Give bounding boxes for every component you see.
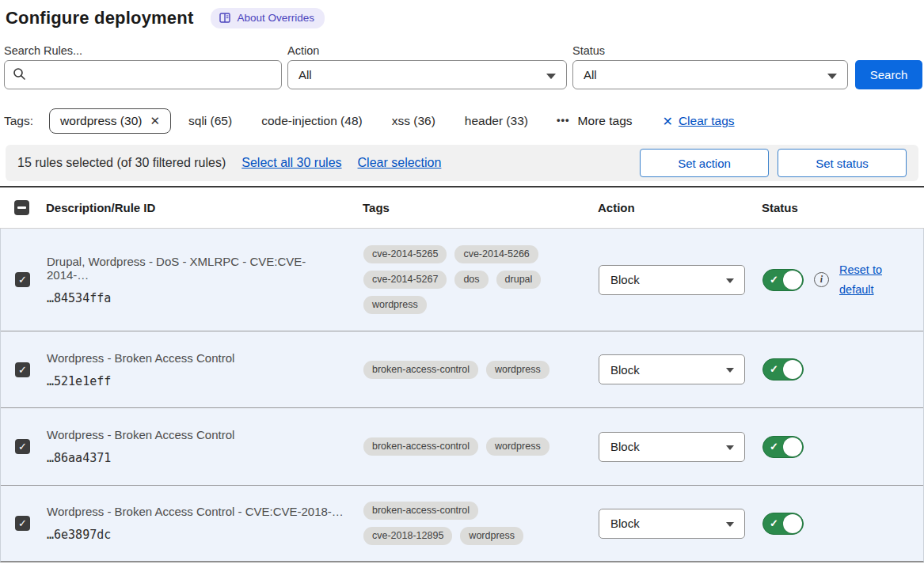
check-icon: ✓ [770, 441, 778, 453]
tag-pill: cve-2014-5265 [363, 245, 447, 263]
clear-selection-link[interactable]: Clear selection [358, 156, 442, 170]
info-icon[interactable]: i [814, 272, 829, 287]
rule-action-value: Block [610, 273, 640, 286]
rule-description: Wordpress - Broken Access Control - CVE:… [47, 505, 344, 518]
toggle-knob [783, 514, 802, 533]
select-all-rules-link[interactable]: Select all 30 rules [241, 156, 341, 170]
tag-pill: drupal [496, 271, 542, 289]
configure-deployment-page: Configure deployment About Overrides Sea… [0, 0, 924, 568]
rule-action-value: Block [610, 363, 640, 377]
more-tags-label: More tags [578, 114, 633, 128]
chevron-down-icon [726, 445, 734, 450]
rule-id: …6e3897dc [47, 528, 344, 542]
row-checkbox[interactable]: ✓ [15, 516, 30, 531]
selected-tag-label: wordpress (30) [60, 114, 142, 128]
clear-tags-button[interactable]: ✕ Clear tags [663, 114, 735, 129]
chevron-down-icon [726, 522, 734, 527]
check-icon: ✓ [18, 274, 27, 286]
status-filter-value: All [584, 68, 597, 81]
set-action-button[interactable]: Set action [640, 149, 769, 177]
tag-pill: wordpress [363, 296, 427, 314]
more-tags-button[interactable]: ••• More tags [557, 114, 633, 128]
chevron-down-icon [726, 278, 734, 283]
rule-tags: broken-access-controlwordpress [363, 437, 563, 456]
search-rules-input[interactable] [32, 68, 273, 81]
search-rules-field[interactable] [4, 60, 282, 89]
rule-id: …86aa4371 [47, 451, 344, 465]
tag-pill: broken-access-control [363, 361, 478, 379]
tag-filter-item[interactable]: header (33) [465, 114, 528, 128]
check-icon: ✓ [18, 517, 27, 529]
clear-tags-label: Clear tags [679, 114, 735, 128]
table-row: ✓ Wordpress - Broken Access Control …86a… [1, 407, 923, 485]
set-status-button[interactable]: Set status [778, 149, 907, 177]
status-toggle[interactable]: ✓ [762, 513, 804, 535]
check-icon: ✓ [770, 274, 778, 286]
table-row: ✓ Drupal, Wordpress - DoS - XMLRPC - CVE… [1, 229, 923, 331]
filter-bar: Search Rules... Action All Status All Se… [0, 28, 924, 89]
tag-filter-item[interactable]: sqli (65) [188, 114, 232, 128]
check-icon: ✓ [18, 364, 27, 376]
chevron-down-icon [546, 74, 556, 79]
rule-action-value: Block [610, 517, 640, 530]
close-icon: ✕ [663, 114, 673, 129]
column-header-tags: Tags [363, 201, 598, 214]
row-checkbox[interactable]: ✓ [15, 439, 30, 454]
tag-pill: broken-access-control [363, 437, 478, 456]
status-filter-select[interactable]: All [572, 60, 848, 89]
table-body: ✓ Drupal, Wordpress - DoS - XMLRPC - CVE… [0, 229, 924, 562]
book-icon [219, 13, 231, 24]
row-checkbox[interactable]: ✓ [15, 272, 30, 287]
search-icon [13, 67, 26, 83]
ellipsis-icon: ••• [557, 114, 570, 126]
status-toggle[interactable]: ✓ [762, 436, 804, 458]
status-toggle[interactable]: ✓ [762, 269, 804, 291]
search-button[interactable]: Search [855, 60, 922, 89]
toggle-knob [783, 437, 802, 456]
tag-pill: cve-2018-12895 [363, 527, 452, 545]
rule-tags: cve-2014-5265cve-2014-5266cve-2014-5267d… [363, 245, 563, 314]
chevron-down-icon [827, 74, 837, 79]
column-header-action: Action [598, 201, 762, 214]
page-header: Configure deployment About Overrides [0, 0, 924, 28]
selected-tag-chip-wordpress[interactable]: wordpress (30) ✕ [49, 108, 171, 134]
rules-table: Description/Rule ID Tags Action Status ✓… [0, 186, 924, 562]
action-filter-select[interactable]: All [287, 60, 567, 89]
status-toggle[interactable]: ✓ [762, 358, 804, 381]
select-all-checkbox[interactable] [14, 200, 29, 215]
table-row: ✓ Wordpress - Broken Access Control - CV… [1, 485, 923, 561]
tags-filter-row: Tags: wordpress (30) ✕ sqli (65)code-inj… [0, 89, 924, 134]
rule-description: Wordpress - Broken Access Control [47, 428, 344, 441]
rule-action-select[interactable]: Block [599, 265, 745, 295]
search-rules-label: Search Rules... [4, 44, 282, 57]
rule-tags: broken-access-controlwordpress [363, 361, 563, 379]
tag-pill: wordpress [460, 527, 523, 545]
about-overrides-label: About Overrides [237, 12, 314, 24]
tags-label: Tags: [4, 114, 33, 128]
remove-tag-icon[interactable]: ✕ [150, 114, 160, 128]
toggle-knob [783, 271, 802, 290]
rule-action-select[interactable]: Block [599, 509, 745, 539]
tag-filter-item[interactable]: xss (36) [392, 114, 435, 128]
rule-description: Wordpress - Broken Access Control [47, 351, 344, 365]
tag-pill: wordpress [486, 361, 549, 379]
rule-description: Drupal, Wordpress - DoS - XMLRPC - CVE:C… [47, 255, 344, 282]
rule-action-select[interactable]: Block [599, 354, 745, 384]
column-header-description: Description/Rule ID [46, 201, 363, 214]
about-overrides-badge[interactable]: About Overrides [211, 8, 325, 28]
column-header-status: Status [762, 201, 924, 214]
selection-summary: 15 rules selected (of 30 filtered rules) [17, 156, 226, 170]
table-row: ✓ Wordpress - Broken Access Control …521… [1, 331, 923, 407]
rule-tags: broken-access-controlcve-2018-12895wordp… [363, 502, 563, 545]
chevron-down-icon [726, 368, 734, 373]
rule-id: …84534ffa [47, 291, 344, 305]
tag-pill: cve-2014-5266 [454, 245, 538, 263]
rule-action-select[interactable]: Block [599, 432, 745, 462]
tag-filter-list: sqli (65)code-injection (48)xss (36)head… [188, 114, 528, 128]
tag-filter-item[interactable]: code-injection (48) [261, 114, 363, 128]
action-filter-label: Action [287, 44, 567, 57]
row-checkbox[interactable]: ✓ [15, 362, 30, 377]
check-icon: ✓ [770, 517, 778, 529]
reset-to-default-link[interactable]: Reset to default [839, 260, 888, 299]
toggle-knob [783, 360, 802, 379]
